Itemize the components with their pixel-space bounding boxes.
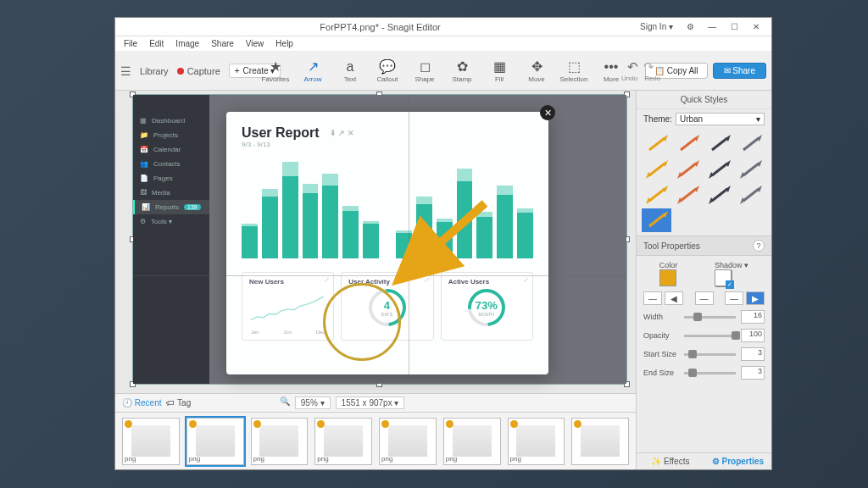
sign-in-menu[interactable]: Sign In ▾: [640, 22, 673, 31]
app-window: ForPPT4.png* - Snagit Editor Sign In ▾ ⚙…: [114, 17, 772, 470]
svg-marker-20: [757, 160, 762, 167]
settings-icon[interactable]: ⚙: [680, 20, 700, 34]
start-size-value[interactable]: 3: [741, 347, 765, 361]
svg-line-3: [681, 138, 696, 150]
tool-text[interactable]: aText: [336, 59, 364, 83]
arrow-style-swatch[interactable]: [737, 183, 766, 207]
end-size-slider[interactable]: [684, 372, 736, 374]
end-cap-none[interactable]: —: [725, 291, 743, 305]
library-button[interactable]: Library: [140, 66, 169, 76]
capture-button[interactable]: Capture: [177, 66, 220, 76]
tray-thumbnail[interactable]: png: [508, 418, 565, 465]
menu-share[interactable]: Share: [211, 39, 234, 48]
opacity-value[interactable]: 100: [741, 329, 765, 342]
width-slider[interactable]: [684, 316, 736, 319]
theme-dropdown[interactable]: Urban▾: [676, 113, 765, 125]
tab-effects[interactable]: ✨Effects: [637, 453, 704, 469]
zoom-dropdown[interactable]: 95% ▾: [295, 396, 331, 409]
tool-callout[interactable]: 💬Callout: [373, 59, 402, 83]
svg-line-27: [712, 189, 727, 201]
dimensions-dropdown[interactable]: 1551 x 907px ▾: [336, 396, 405, 409]
share-button[interactable]: ✉ Share: [713, 63, 766, 79]
opacity-slider[interactable]: [684, 335, 736, 337]
tool-arrow[interactable]: ↗Arrow: [298, 59, 327, 83]
start-size-slider[interactable]: [684, 353, 736, 356]
line-style[interactable]: —: [695, 291, 714, 305]
tool-move[interactable]: ✥Move: [522, 59, 551, 83]
tray-thumbnail[interactable]: png: [186, 418, 244, 465]
main-toolbar: ☰ Library Capture + Create ▾ ★Favorites↗…: [115, 52, 771, 91]
arrow-style-swatch[interactable]: [673, 183, 703, 207]
search-icon[interactable]: 🔍: [280, 396, 290, 409]
svg-line-33: [649, 214, 665, 226]
tool-selection[interactable]: ⬚Selection: [559, 59, 588, 83]
arrow-style-swatch[interactable]: [737, 132, 766, 156]
svg-marker-13: [677, 172, 682, 179]
arrow-style-swatch[interactable]: [673, 132, 703, 156]
menu-edit[interactable]: Edit: [149, 39, 164, 48]
redo-button[interactable]: ↷: [643, 59, 654, 75]
svg-line-1: [649, 138, 665, 150]
tray-thumbnail[interactable]: [571, 418, 629, 465]
arrow-style-swatch[interactable]: [705, 158, 735, 181]
status-bar: 🕘 Recent 🏷 Tag 🔍 95% ▾ 1551 x 907px ▾: [115, 393, 636, 412]
tray-thumbnail[interactable]: png: [314, 418, 372, 465]
recent-tab[interactable]: 🕘 Recent: [122, 398, 161, 408]
arrow-style-swatch[interactable]: [642, 132, 671, 156]
tray-thumbnail[interactable]: png: [122, 418, 180, 465]
color-picker[interactable]: [659, 269, 676, 286]
close-button[interactable]: ✕: [746, 20, 766, 34]
tool-favorites[interactable]: ★Favorites: [261, 59, 290, 83]
arrow-styles-grid: [637, 129, 771, 236]
svg-marker-34: [663, 211, 668, 218]
start-cap-arrow[interactable]: ◀: [665, 291, 683, 305]
end-cap-arrow[interactable]: ▶: [746, 291, 765, 305]
arrow-annotation[interactable]: [387, 197, 498, 290]
svg-line-0: [404, 203, 485, 274]
help-icon[interactable]: ?: [753, 240, 765, 252]
svg-line-18: [743, 164, 759, 175]
shadow-toggle[interactable]: ✓: [715, 269, 732, 286]
hamburger-icon[interactable]: ☰: [120, 64, 131, 78]
svg-marker-32: [757, 186, 762, 192]
tag-tab[interactable]: 🏷 Tag: [166, 398, 191, 408]
end-size-value[interactable]: 3: [741, 366, 765, 380]
maximize-button[interactable]: ☐: [724, 20, 744, 34]
tool-fill[interactable]: ▦Fill: [485, 59, 514, 83]
arrow-style-swatch[interactable]: [642, 208, 671, 232]
svg-marker-28: [709, 197, 714, 204]
capture-tray: pngpngpngpngpngpngpng: [115, 412, 636, 469]
tool-stamp[interactable]: ✿Stamp: [448, 59, 476, 83]
arrow-style-swatch[interactable]: [642, 183, 671, 207]
undo-button[interactable]: ↶: [627, 59, 638, 75]
menu-help[interactable]: Help: [275, 39, 293, 48]
modal-title: User Report: [242, 125, 320, 141]
menu-file[interactable]: File: [124, 39, 137, 48]
svg-marker-11: [663, 160, 668, 167]
minimize-button[interactable]: —: [702, 20, 722, 34]
tray-thumbnail[interactable]: png: [251, 418, 309, 465]
selection-bounds[interactable]: ▦Dashboard📁Projects📅Calendar👥Contacts📄Pa…: [132, 94, 627, 385]
crosshair-horizontal: [133, 275, 626, 276]
circle-annotation: [323, 283, 401, 361]
tray-thumbnail[interactable]: png: [379, 418, 437, 465]
menu-image[interactable]: Image: [175, 39, 199, 48]
tray-thumbnail[interactable]: png: [443, 418, 501, 465]
date-range: 9/3 - 9/13: [242, 141, 533, 148]
record-icon: [177, 68, 184, 75]
width-value[interactable]: 16: [741, 310, 765, 324]
arrow-style-swatch[interactable]: [705, 132, 735, 156]
svg-marker-26: [694, 186, 699, 192]
arrow-style-swatch[interactable]: [673, 158, 703, 181]
svg-marker-6: [726, 135, 731, 141]
canvas[interactable]: ▦Dashboard📁Projects📅Calendar👥Contacts📄Pa…: [115, 91, 636, 393]
arrow-style-swatch[interactable]: [737, 158, 766, 181]
svg-marker-14: [694, 160, 699, 167]
menu-view[interactable]: View: [246, 39, 264, 48]
tool-shape[interactable]: ◻Shape: [410, 59, 439, 83]
arrow-style-swatch[interactable]: [705, 183, 735, 207]
tab-properties[interactable]: ⚙Properties: [704, 453, 772, 469]
arrow-style-swatch[interactable]: [642, 158, 671, 181]
start-cap-none[interactable]: —: [643, 291, 662, 305]
close-icon: ✕: [540, 105, 555, 120]
